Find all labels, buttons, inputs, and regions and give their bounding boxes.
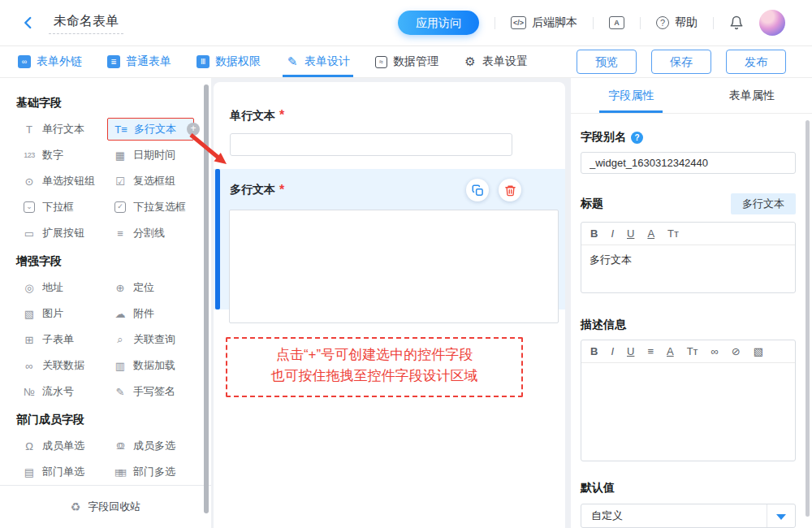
link-icon[interactable]: ∞ — [711, 345, 719, 357]
sidebar-item-extend-button[interactable]: ▭ 扩展按钮 — [16, 222, 103, 245]
sidebar-item-datetime[interactable]: ▦ 日期时间 — [107, 144, 194, 167]
sidebar-item-department-single[interactable]: ▤ 部门单选 — [16, 461, 103, 483]
italic-icon[interactable]: I — [611, 345, 614, 357]
sidebar-item-serial-number[interactable]: № 流水号 — [16, 380, 103, 403]
item-label: 分割线 — [133, 226, 165, 240]
sidebar-item-data-load[interactable]: ▥ 数据加载 — [107, 354, 194, 377]
required-mark: * — [279, 108, 284, 122]
item-label: 下拉框 — [42, 200, 74, 214]
publish-button[interactable]: 发布 — [726, 50, 786, 74]
font-color-icon[interactable]: A — [667, 345, 674, 357]
copy-icon — [472, 184, 484, 197]
help-icon: ? — [656, 16, 669, 29]
tab-field-properties[interactable]: 字段属性 — [571, 78, 692, 113]
tab-data-permission[interactable]: Ⅲ 数据权限 — [197, 54, 261, 69]
location-pin-icon: ◎ — [22, 282, 37, 294]
save-button[interactable]: 保存 — [651, 50, 711, 74]
field-multi-line-text-selected[interactable]: 多行文本* — [214, 169, 565, 309]
sidebar-scrollbar-thumb[interactable] — [204, 84, 209, 513]
item-label: 多行文本 — [134, 122, 176, 136]
font-size-icon[interactable]: Tᴛ — [667, 227, 679, 240]
tab-normal-form[interactable]: ≣ 普通表单 — [107, 54, 171, 69]
properties-tabs: 字段属性 表单属性 — [571, 78, 812, 114]
copy-field-button[interactable] — [466, 179, 489, 201]
preview-button[interactable]: 预览 — [577, 50, 637, 74]
tab-external-link[interactable]: ∞ 表单外链 — [18, 54, 82, 69]
back-chevron-icon — [21, 15, 36, 30]
align-icon[interactable]: ≡ — [647, 345, 654, 357]
insert-image-icon[interactable]: ▧ — [754, 345, 763, 357]
sidebar-item-radio-group[interactable]: ⊙ 单选按钮组 — [16, 170, 103, 193]
alias-help-icon[interactable]: ? — [631, 132, 643, 144]
italic-icon[interactable]: I — [611, 227, 614, 240]
trash-icon — [504, 184, 516, 197]
alias-label-row: 字段别名 ? — [581, 130, 796, 145]
sidebar-item-image[interactable]: ▧ 图片 — [16, 302, 103, 325]
sidebar-item-linked-query[interactable]: ⌕ 关联查询 — [107, 328, 194, 351]
sidebar-item-signature[interactable]: ✎ 手写签名 — [107, 380, 194, 403]
code-icon: </> — [511, 16, 526, 29]
default-value-select[interactable]: 自定义 — [581, 504, 796, 528]
sidebar-item-subform[interactable]: ⊞ 子表单 — [16, 328, 103, 351]
panel-scrollbar-thumb[interactable] — [806, 120, 810, 517]
tab-data-management[interactable]: ≈ 数据管理 — [375, 54, 438, 69]
underline-icon[interactable]: U — [627, 345, 634, 357]
subform-icon: ⊞ — [22, 334, 37, 346]
tab-form-settings[interactable]: ⚙ 表单设置 — [464, 54, 528, 69]
delete-field-button[interactable] — [499, 179, 521, 201]
sidebar-item-multi-line-text[interactable]: T≡ 多行文本 + — [107, 118, 194, 141]
add-field-plus-badge[interactable]: + — [187, 123, 200, 136]
font-color-icon[interactable]: A — [647, 227, 654, 240]
notifications-button[interactable] — [729, 15, 744, 30]
field-single-line-text[interactable]: 单行文本* — [214, 82, 565, 156]
multi-line-textarea[interactable] — [229, 210, 559, 323]
checkbox-icon: ☑ — [113, 175, 127, 188]
cloud-upload-icon: ☁ — [113, 308, 127, 320]
sidebar-item-dropdown[interactable]: ⌄ 下拉框 — [16, 196, 103, 219]
help-button[interactable]: ? 帮助 — [656, 15, 698, 30]
tab-label: 表单设置 — [482, 54, 528, 69]
title-editor-content[interactable]: 多行文本 — [581, 245, 795, 292]
sidebar-item-attachment[interactable]: ☁ 附件 — [107, 302, 194, 325]
sidebar-item-linked-data[interactable]: ∞ 关联数据 — [16, 354, 103, 377]
form-title[interactable]: 未命名表单 — [49, 11, 123, 34]
bold-icon[interactable]: B — [590, 345, 598, 357]
divider — [593, 17, 594, 29]
unlink-icon[interactable]: ⊘ — [732, 345, 741, 357]
required-mark: * — [279, 183, 284, 197]
description-editor-content[interactable] — [581, 363, 795, 461]
sidebar-item-location[interactable]: ⊕ 定位 — [107, 276, 194, 299]
sidebar-item-member-single[interactable]: Ω 成员单选 — [16, 435, 103, 457]
field-recycle-bin[interactable]: ♻ 字段回收站 — [0, 485, 211, 528]
field-alias-input[interactable] — [581, 152, 796, 174]
single-line-text-icon: T — [22, 123, 37, 136]
bold-icon[interactable]: B — [590, 227, 598, 240]
item-label: 附件 — [133, 306, 154, 321]
divider-line-icon: ≡ — [113, 227, 127, 240]
sidebar-item-single-line-text[interactable]: T 单行文本 — [16, 118, 103, 141]
sidebar-item-member-multi[interactable]: ΩΩ 成员多选 — [107, 435, 194, 457]
action-buttons: 预览 保存 发布 — [577, 50, 786, 74]
single-line-text-input[interactable] — [230, 133, 512, 156]
sidebar-item-dropdown-multi[interactable]: ✓ 下拉复选框 — [107, 196, 194, 219]
backend-script-button[interactable]: </> 后端脚本 — [511, 15, 577, 30]
font-size-icon[interactable]: Tᴛ — [687, 345, 698, 357]
app-access-button[interactable]: 应用访问 — [398, 11, 479, 35]
divider — [713, 17, 714, 29]
underline-icon[interactable]: U — [627, 227, 634, 240]
user-avatar[interactable] — [759, 10, 785, 36]
sidebar-item-number[interactable]: 123 数字 — [16, 144, 103, 167]
back-button[interactable] — [21, 15, 36, 30]
serial-number-icon: № — [22, 386, 37, 398]
tab-form-properties[interactable]: 表单属性 — [692, 78, 812, 113]
sidebar-item-divider-line[interactable]: ≡ 分割线 — [107, 222, 194, 245]
recycle-icon: ♻ — [71, 500, 81, 513]
top-bar: 未命名表单 应用访问 </> 后端脚本 A ? 帮助 — [0, 0, 812, 46]
bell-icon — [729, 15, 744, 30]
sidebar-item-checkbox-group[interactable]: ☑ 复选框组 — [107, 170, 194, 193]
tab-form-design[interactable]: ✎ 表单设计 — [286, 54, 350, 69]
sidebar-item-department-multi[interactable]: ▤▤ 部门多选 — [107, 461, 194, 483]
contacts-button[interactable]: A — [609, 16, 624, 29]
item-label: 复选框组 — [133, 174, 175, 188]
sidebar-item-address[interactable]: ◎ 地址 — [16, 276, 103, 299]
